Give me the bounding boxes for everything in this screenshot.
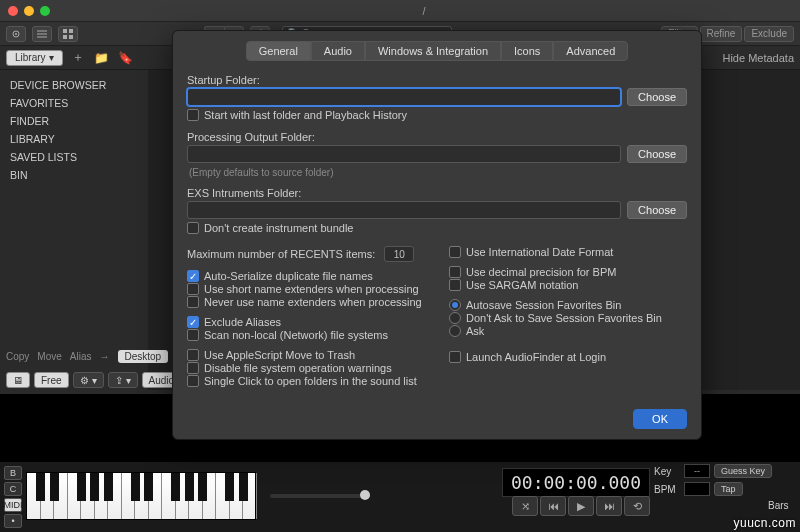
ask-label: Ask xyxy=(466,325,484,337)
minimize-window-icon[interactable] xyxy=(24,6,34,16)
finder-chip[interactable]: 🖥 xyxy=(6,372,30,388)
tab-advanced[interactable]: Advanced xyxy=(553,41,628,61)
transport-controls: ⤨ ⏮ ▶ ⏭ ⟲ xyxy=(512,496,650,516)
single-click-checkbox[interactable] xyxy=(187,375,199,387)
free-chip[interactable]: Free xyxy=(34,372,69,388)
guess-key-button[interactable]: Guess Key xyxy=(714,464,772,478)
applescript-trash-label: Use AppleScript Move to Trash xyxy=(204,349,355,361)
launch-login-label: Launch AudioFinder at Login xyxy=(466,351,606,363)
never-extenders-checkbox[interactable] xyxy=(187,296,199,308)
intl-date-checkbox[interactable] xyxy=(449,246,461,258)
exclude-aliases-checkbox[interactable]: ✓ xyxy=(187,316,199,328)
zoom-window-icon[interactable] xyxy=(40,6,50,16)
zoom-slider[interactable] xyxy=(270,494,370,498)
tap-button[interactable]: Tap xyxy=(714,482,743,496)
folder-icon[interactable]: 📁 xyxy=(93,50,111,66)
timecode-display: 00:00:00.000 xyxy=(502,468,650,497)
sidebar-item-device-browser[interactable]: DEVICE BROWSER xyxy=(10,76,138,94)
grid-icon[interactable] xyxy=(58,26,78,42)
exclude-aliases-label: Exclude Aliases xyxy=(204,316,281,328)
start-with-last-checkbox[interactable] xyxy=(187,109,199,121)
c-button[interactable]: C xyxy=(4,482,22,496)
bars-label: Bars xyxy=(768,500,794,511)
sidebar-item-library[interactable]: LIBRARY xyxy=(10,130,138,148)
alias-action[interactable]: Alias xyxy=(70,351,92,362)
ok-button[interactable]: OK xyxy=(633,409,687,429)
dont-bundle-checkbox[interactable] xyxy=(187,222,199,234)
exclude-button[interactable]: Exclude xyxy=(744,26,794,42)
ask-radio[interactable] xyxy=(449,325,461,337)
startup-folder-input[interactable] xyxy=(187,88,621,106)
sidebar: DEVICE BROWSER FAVORITES FINDER LIBRARY … xyxy=(0,70,148,390)
prev-icon[interactable]: ⏮ xyxy=(540,496,566,516)
key-label: Key xyxy=(654,466,680,477)
dot-button[interactable]: • xyxy=(4,514,22,528)
autosave-radio[interactable] xyxy=(449,299,461,311)
short-name-label: Use short name extenders when processing xyxy=(204,283,419,295)
play-icon[interactable]: ▶ xyxy=(568,496,594,516)
sargam-label: Use SARGAM notation xyxy=(466,279,579,291)
tab-general[interactable]: General xyxy=(246,41,311,61)
startup-choose-button[interactable]: Choose xyxy=(627,88,687,106)
tab-windows[interactable]: Windows & Integration xyxy=(365,41,501,61)
midi-button[interactable]: MIDI xyxy=(4,498,22,512)
tag-icon[interactable]: 🔖 xyxy=(117,50,135,66)
processing-choose-button[interactable]: Choose xyxy=(627,145,687,163)
launch-login-checkbox[interactable] xyxy=(449,351,461,363)
never-extenders-label: Never use name extenders when processing xyxy=(204,296,422,308)
svg-rect-2 xyxy=(63,29,67,33)
share-chip[interactable]: ⇪▾ xyxy=(108,372,138,388)
hide-metadata-button[interactable]: Hide Metadata xyxy=(722,52,794,64)
add-button[interactable]: ＋ xyxy=(69,50,87,66)
slider-thumb[interactable] xyxy=(360,490,370,500)
short-name-checkbox[interactable] xyxy=(187,283,199,295)
tab-audio[interactable]: Audio xyxy=(311,41,365,61)
move-action[interactable]: Move xyxy=(37,351,61,362)
desktop-target[interactable]: Desktop xyxy=(118,350,169,363)
processing-folder-label: Processing Output Folder: xyxy=(187,131,687,143)
scan-network-label: Scan non-local (Network) file systems xyxy=(204,329,388,341)
sidebar-item-bin[interactable]: BIN xyxy=(10,166,138,184)
sidebar-item-saved-lists[interactable]: SAVED LISTS xyxy=(10,148,138,166)
sargam-checkbox[interactable] xyxy=(449,279,461,291)
piano-keyboard[interactable] xyxy=(26,472,256,520)
applescript-trash-checkbox[interactable] xyxy=(187,349,199,361)
sidebar-item-favorites[interactable]: FAVORITES xyxy=(10,94,138,112)
key-value[interactable]: -- xyxy=(684,464,710,478)
shuffle-icon[interactable]: ⤨ xyxy=(512,496,538,516)
library-dropdown[interactable]: Library▾ xyxy=(6,50,63,66)
recents-label: Maximum number of RECENTS items: xyxy=(187,248,375,260)
bpm-value[interactable] xyxy=(684,482,710,496)
autoserialize-checkbox[interactable]: ✓ xyxy=(187,270,199,282)
gear-chip[interactable]: ⚙▾ xyxy=(73,372,104,388)
close-window-icon[interactable] xyxy=(8,6,18,16)
b-button[interactable]: B xyxy=(4,466,22,480)
scan-network-checkbox[interactable] xyxy=(187,329,199,341)
watermark: yuucn.com xyxy=(733,516,796,530)
processing-folder-input[interactable] xyxy=(187,145,621,163)
bpm-label: BPM xyxy=(654,484,680,495)
loop-icon[interactable]: ⟲ xyxy=(624,496,650,516)
dont-bundle-label: Don't create instrument bundle xyxy=(204,222,353,234)
disable-warnings-label: Disable file system operation warnings xyxy=(204,362,392,374)
view-icon[interactable] xyxy=(6,26,26,42)
list-icon[interactable] xyxy=(32,26,52,42)
refine-button[interactable]: Refine xyxy=(700,26,743,42)
copy-action[interactable]: Copy xyxy=(6,351,29,362)
recents-input[interactable] xyxy=(384,246,414,262)
processing-note: (Empty defaults to source folder) xyxy=(189,167,687,178)
tab-icons[interactable]: Icons xyxy=(501,41,553,61)
dont-ask-radio[interactable] xyxy=(449,312,461,324)
window-controls xyxy=(8,6,50,16)
exs-folder-input[interactable] xyxy=(187,201,621,219)
window-title: / xyxy=(56,5,792,17)
chevron-down-icon: ▾ xyxy=(49,52,54,63)
sidebar-item-finder[interactable]: FINDER xyxy=(10,112,138,130)
gear-icon: ⚙ xyxy=(80,375,89,386)
decimal-bpm-checkbox[interactable] xyxy=(449,266,461,278)
single-click-label: Single Click to open folders in the soun… xyxy=(204,375,417,387)
svg-rect-3 xyxy=(69,29,73,33)
next-icon[interactable]: ⏭ xyxy=(596,496,622,516)
disable-warnings-checkbox[interactable] xyxy=(187,362,199,374)
exs-choose-button[interactable]: Choose xyxy=(627,201,687,219)
